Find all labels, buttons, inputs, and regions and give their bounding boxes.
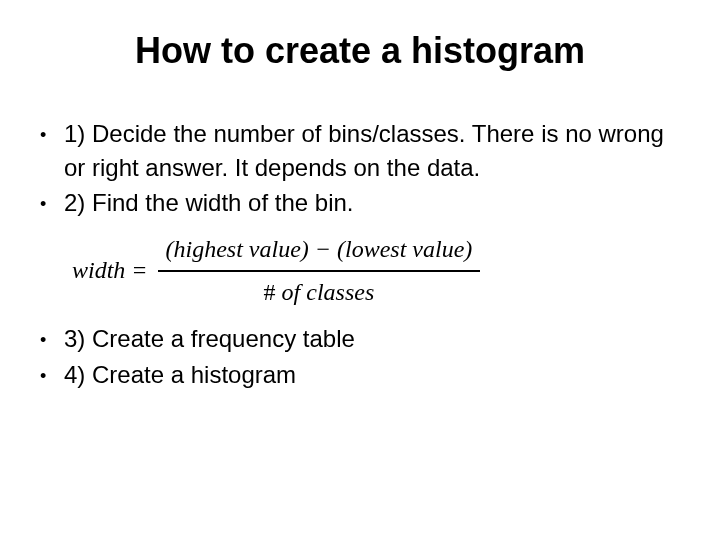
slide-content: • 1) Decide the number of bins/classes. … — [40, 117, 680, 393]
step-1: • 1) Decide the number of bins/classes. … — [40, 117, 680, 184]
slide-title: How to create a histogram — [40, 30, 680, 72]
bullet-icon: • — [40, 117, 64, 184]
step-3: • 3) Create a frequency table — [40, 322, 680, 356]
bullet-icon: • — [40, 186, 64, 220]
step-4: • 4) Create a histogram — [40, 358, 680, 392]
step-2-text: 2) Find the width of the bin. — [64, 186, 680, 220]
bullet-icon: • — [40, 358, 64, 392]
formula-fraction: (highest value) − (lowest value) # of cl… — [158, 233, 481, 310]
denominator-rest: of classes — [282, 279, 375, 305]
formula-denominator: # of classes — [256, 272, 383, 310]
denominator-hash: # — [264, 279, 282, 305]
formula-numerator: (highest value) − (lowest value) — [158, 233, 481, 273]
width-formula: width = (highest value) − (lowest value)… — [72, 233, 680, 310]
step-3-text: 3) Create a frequency table — [64, 322, 680, 356]
step-1-text: 1) Decide the number of bins/classes. Th… — [64, 117, 680, 184]
step-4-text: 4) Create a histogram — [64, 358, 680, 392]
step-2: • 2) Find the width of the bin. — [40, 186, 680, 220]
bullet-icon: • — [40, 322, 64, 356]
formula-lhs: width = — [72, 254, 148, 288]
